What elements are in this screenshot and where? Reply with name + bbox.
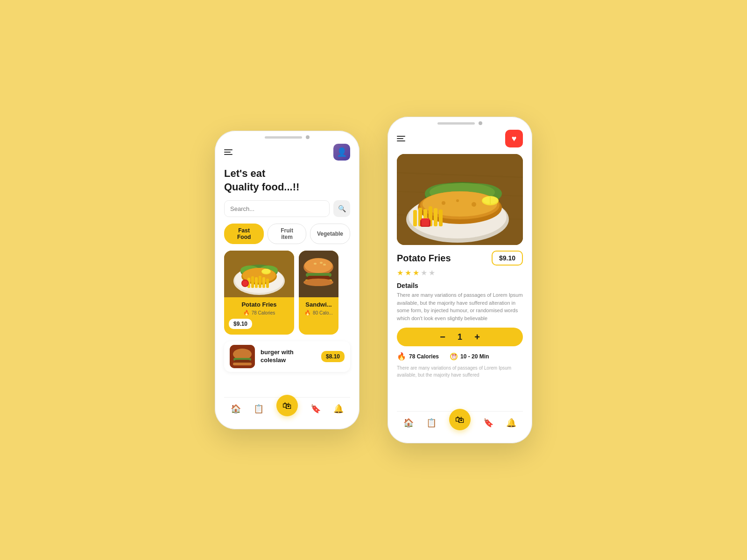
nav-notifications-right[interactable]: 🔔 xyxy=(506,418,516,428)
star-1[interactable]: ★ xyxy=(397,268,403,277)
screen-header-right: ♥ xyxy=(397,128,523,147)
food-card-name-sandwich: Sandwi... xyxy=(303,301,334,308)
clock-icon: ⏰ xyxy=(450,353,458,360)
svg-point-50 xyxy=(472,202,476,207)
star-3[interactable]: ★ xyxy=(413,268,419,277)
flame-icon-sandwich: 🔥 xyxy=(304,310,311,316)
tab-vegetable[interactable]: Vegetable xyxy=(310,224,350,244)
food-card-name-fries: Potato Fries xyxy=(229,301,289,308)
food-cards-row: Potato Fries 🔥 78 Calories $9.10 xyxy=(224,251,350,335)
nav-bookmarks-right[interactable]: 🔖 xyxy=(483,418,493,428)
nav-orders-left[interactable]: 📋 xyxy=(254,404,264,414)
food-card-calories-fries: 🔥 78 Calories xyxy=(229,310,289,316)
camera-left xyxy=(306,135,310,139)
svg-rect-56 xyxy=(439,210,443,226)
camera-right xyxy=(479,121,482,125)
search-button[interactable]: 🔍 xyxy=(333,200,350,217)
time-info: ⏰ 10 - 20 Min xyxy=(450,353,489,360)
svg-point-28 xyxy=(303,279,333,286)
search-bar: 🔍 xyxy=(224,200,350,217)
nav-bookmarks-left[interactable]: 🔖 xyxy=(310,404,321,414)
details-label: Details xyxy=(397,282,523,289)
bottom-nav-left: 🏠 📋 🛍 🔖 🔔 xyxy=(224,397,350,416)
phone-screen-right: ♥ xyxy=(388,128,532,438)
food-card-image-sandwich xyxy=(299,251,338,297)
food-card-calories-sandwich: 🔥 80 Calo... xyxy=(303,310,334,316)
bottom-nav-right: 🏠 📋 🛍 🔖 🔔 xyxy=(397,411,523,430)
food-card-image-fries xyxy=(224,251,294,297)
nav-orders-right[interactable]: 📋 xyxy=(426,418,437,428)
phone-left: 👤 Let's eat Quality food...!! 🔍 Fast Foo… xyxy=(215,131,359,429)
svg-rect-62 xyxy=(422,220,429,226)
food-illustration-sandwich xyxy=(299,251,338,297)
quantity-value: 1 xyxy=(458,332,462,342)
nav-home-left[interactable]: 🏠 xyxy=(231,404,241,414)
quantity-minus-button[interactable]: − xyxy=(437,331,448,343)
favorite-button[interactable]: ♥ xyxy=(505,130,523,147)
food-list-thumb-burger xyxy=(230,345,255,368)
category-tabs: Fast Food Fruit item Vegetable xyxy=(224,224,350,244)
phone-topbar-left xyxy=(215,131,359,142)
svg-rect-55 xyxy=(434,208,437,226)
quantity-plus-button[interactable]: + xyxy=(472,331,483,343)
user-avatar[interactable]: 👤 xyxy=(333,144,350,161)
svg-point-23 xyxy=(320,262,323,264)
quantity-control: − 1 + xyxy=(397,328,523,346)
phone-topbar-right xyxy=(388,117,532,128)
phone-right: ♥ xyxy=(388,117,532,443)
svg-point-49 xyxy=(456,199,459,202)
detail-footer-text: There are many variations of passages of… xyxy=(397,364,523,378)
stars-row: ★ ★ ★ ★ ★ xyxy=(397,268,523,277)
info-row: 🔥 78 Calories ⏰ 10 - 20 Min xyxy=(397,352,523,361)
svg-point-21 xyxy=(304,258,332,273)
food-list-name-burger: burger with coleslaw xyxy=(261,349,316,364)
calories-text: 78 Calories xyxy=(409,353,439,360)
svg-rect-10 xyxy=(251,276,254,288)
svg-point-18 xyxy=(242,280,248,286)
tab-fast-food[interactable]: Fast Food xyxy=(224,224,264,244)
screen-title: Let's eat Quality food...!! xyxy=(224,167,350,194)
screen-header-left: 👤 xyxy=(224,142,350,161)
nav-home-right[interactable]: 🏠 xyxy=(403,418,414,428)
hamburger-menu-icon-right[interactable] xyxy=(397,136,405,141)
calories-info: 🔥 78 Calories xyxy=(397,352,439,361)
food-list-price-burger: $8.10 xyxy=(321,351,345,362)
flame-icon-fries: 🔥 xyxy=(243,310,250,316)
svg-rect-33 xyxy=(233,363,252,365)
flame-icon-detail: 🔥 xyxy=(397,352,406,361)
svg-rect-13 xyxy=(262,277,265,288)
svg-rect-12 xyxy=(259,276,261,288)
food-card-sandwich[interactable]: Sandwi... 🔥 80 Calo... xyxy=(299,251,338,335)
detail-food-illustration xyxy=(397,154,523,245)
search-input[interactable] xyxy=(224,200,330,217)
food-card-price-fries: $9.10 xyxy=(229,319,252,329)
food-thumb-illustration xyxy=(230,345,255,368)
food-list-item-burger[interactable]: burger with coleslaw $8.10 xyxy=(224,341,350,372)
food-card-potato-fries[interactable]: Potato Fries 🔥 78 Calories $9.10 xyxy=(224,251,294,335)
detail-food-name: Potato Fries xyxy=(397,253,451,264)
details-text: There are many variations of passages of… xyxy=(397,291,523,322)
detail-food-image xyxy=(397,154,523,245)
tab-fruit-item[interactable]: Fruit item xyxy=(268,224,306,244)
hamburger-menu-icon[interactable] xyxy=(224,149,233,155)
nav-cart-left[interactable]: 🛍 xyxy=(276,395,298,416)
svg-rect-14 xyxy=(266,279,269,288)
notch-left xyxy=(265,136,302,139)
svg-point-16 xyxy=(262,269,270,273)
svg-rect-51 xyxy=(413,210,417,226)
star-5[interactable]: ★ xyxy=(429,268,435,277)
time-text: 10 - 20 Min xyxy=(460,353,489,360)
notch-right xyxy=(437,122,475,125)
nav-cart-right[interactable]: 🛍 xyxy=(449,409,471,430)
svg-point-48 xyxy=(442,201,445,205)
star-4[interactable]: ★ xyxy=(421,268,427,277)
svg-point-24 xyxy=(323,264,326,266)
svg-point-22 xyxy=(314,263,317,265)
food-card-body-fries: Potato Fries 🔥 78 Calories xyxy=(224,297,294,316)
star-2[interactable]: ★ xyxy=(405,268,411,277)
detail-title-row: Potato Fries $9.10 xyxy=(397,251,523,266)
detail-price-button[interactable]: $9.10 xyxy=(492,251,523,266)
food-card-body-sandwich: Sandwi... 🔥 80 Calo... xyxy=(299,297,338,316)
nav-notifications-left[interactable]: 🔔 xyxy=(333,404,344,414)
food-illustration-fries xyxy=(224,251,294,297)
